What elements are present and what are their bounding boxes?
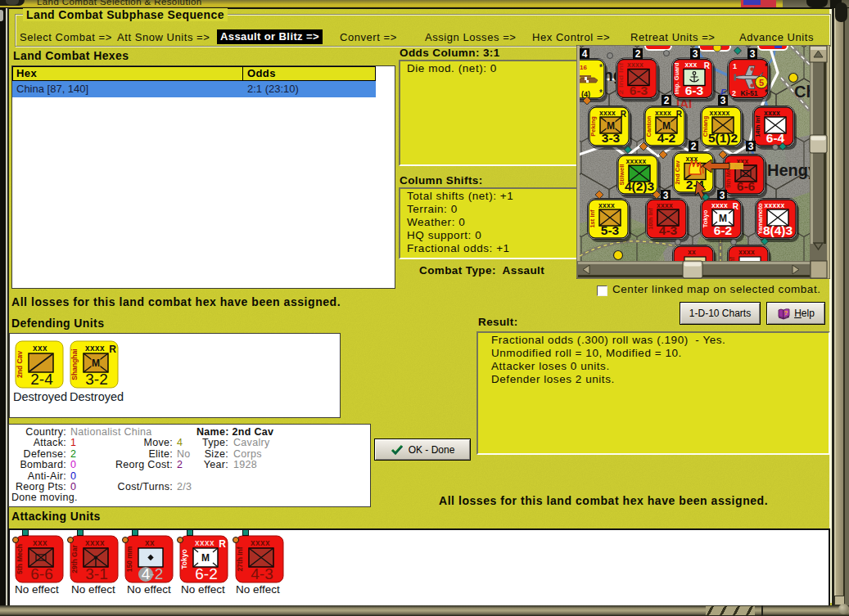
svg-text:6-2: 6-2 [714,223,732,237]
svg-text:xx: xx [145,538,155,547]
svg-text:M: M [201,552,210,564]
svg-text:*: * [765,88,768,97]
svg-text:M: M [607,120,615,132]
svg-text:3: 3 [748,141,754,152]
svg-text:?: ? [784,308,788,316]
svg-text:6-3: 6-3 [685,83,704,97]
svg-text:Tokyo: Tokyo [180,549,188,569]
svg-text:6-6: 6-6 [30,565,52,582]
svg-text:5th Mech: 5th Mech [16,544,24,574]
svg-text:xxxx: xxxx [85,344,105,353]
svg-text:14th Inf: 14th Inf [754,115,761,137]
svg-text:(4): (4) [581,90,590,98]
svg-text:29th Gar: 29th Gar [70,545,79,573]
svg-text:3: 3 [693,48,698,60]
svg-text:3: 3 [720,190,725,201]
svg-text:Tokyo: Tokyo [702,209,709,227]
svg-text:4: 4 [582,48,588,60]
svg-text:xxxxx: xxxxx [625,157,646,165]
svg-text:R: R [219,538,226,550]
svg-text:xxxxx: xxxxx [709,109,729,117]
svg-text:2nd Cav: 2nd Cav [674,160,681,185]
svg-text:xxxx: xxxx [711,201,728,209]
svg-text:6-6: 6-6 [737,179,756,193]
svg-text:2: 2 [664,95,670,106]
svg-text:*: * [765,62,768,71]
svg-text:3-2: 3-2 [85,371,107,388]
svg-text:1st Inf: 1st Inf [589,209,596,228]
svg-text:Shanghai: Shanghai [70,348,79,380]
svg-text:2: 2 [635,48,641,60]
svg-text:Yamamoto: Yamamoto [756,203,764,234]
svg-text:3-3: 3-3 [602,131,621,145]
svg-text:xxxx: xxxx [598,201,615,209]
svg-text:16: 16 [580,64,587,71]
svg-text:xx: xx [688,248,696,256]
svg-text:27th Inf: 27th Inf [236,546,244,571]
svg-text:xxx: xxx [33,538,47,547]
svg-text:xxxx: xxxx [251,538,270,547]
svg-text:3: 3 [663,190,669,201]
svg-text:4(2)3: 4(2)3 [625,179,655,193]
svg-text:*: * [599,88,603,97]
svg-text:xxxx: xxxx [627,61,644,69]
svg-text:2: 2 [691,141,697,152]
svg-text:Peking: Peking [589,116,597,137]
svg-text:xxxx: xxxx [738,248,755,256]
svg-text:xxxx: xxxx [764,109,780,117]
svg-text:150 mm: 150 mm [125,546,133,572]
svg-text:4-3: 4-3 [251,565,273,582]
svg-text:xxxx: xxxx [599,109,616,117]
svg-text:2 Ind Inf: 2 Ind Inf [617,62,625,95]
svg-text:5: 5 [759,78,764,88]
svg-text:Ki-51: Ki-51 [741,89,758,97]
svg-text:xxx: xxx [33,344,47,353]
svg-text:Stilwell: Stilwell [618,164,625,186]
svg-text:M: M [662,120,671,132]
svg-text:Chiang: Chiang [702,115,709,137]
svg-text:3: 3 [750,48,756,60]
svg-text:2nd Cav: 2nd Cav [16,351,24,378]
svg-text:8(4)3: 8(4)3 [763,223,793,237]
svg-text:2-4: 2-4 [30,371,53,388]
svg-text:1: 1 [733,62,737,70]
svg-text:10th Inf: 10th Inf [647,208,654,230]
svg-text:*: * [599,63,603,72]
svg-text:xxxx: xxxx [655,109,671,117]
svg-text:-2: -2 [150,565,164,582]
svg-text:xxxx: xxxx [85,538,105,547]
svg-text:xxxx: xxxx [657,201,673,209]
svg-text:xxx: xxx [684,61,697,69]
svg-text:M: M [92,357,100,369]
svg-text:3: 3 [720,95,726,106]
svg-text:xxxxx: xxxxx [764,201,784,209]
svg-text:5(1)2: 5(1)2 [708,131,738,145]
svg-text:2: 2 [732,89,736,97]
svg-text:M: M [719,213,727,224]
svg-text:3-1: 3-1 [85,565,107,582]
svg-text:xxxx: xxxx [195,538,215,547]
svg-text:4-3: 4-3 [659,223,678,237]
svg-text:Canton: Canton [645,115,653,137]
svg-text:6-2: 6-2 [195,565,217,582]
svg-text:4-2: 4-2 [657,131,675,145]
svg-text:R: R [109,344,116,355]
svg-text:5-3: 5-3 [601,223,620,237]
svg-text:6-4: 6-4 [766,131,785,145]
svg-text:6-3: 6-3 [630,83,648,97]
svg-text:Imp. Guard: Imp. Guard [673,62,680,94]
